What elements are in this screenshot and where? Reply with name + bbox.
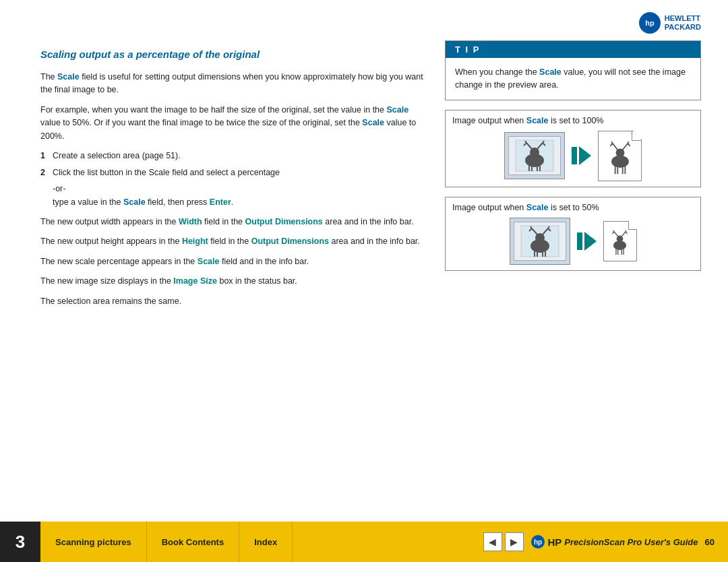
chapter-number: 3	[0, 522, 40, 562]
svg-line-20	[622, 144, 627, 150]
image-output-100: Image output when Scale is set to 100%	[445, 110, 701, 187]
selection-para: The selection area remains the same.	[40, 295, 425, 308]
tip-header: T I P	[446, 41, 700, 58]
type-value-para: type a value in the Scale field, then pr…	[53, 196, 425, 209]
svg-line-19	[611, 142, 613, 144]
brand-name: HEWLETTPACKARD	[665, 14, 701, 32]
right-column: T I P When you change the Scale value, y…	[445, 40, 701, 508]
or-divider: -or-	[53, 184, 425, 193]
arrow-group-100	[572, 146, 591, 165]
svg-line-17	[612, 144, 617, 150]
scanner-frame-50	[510, 218, 570, 265]
moose-scan-100	[514, 139, 555, 173]
image-output-50: Image output when Scale is set to 50%	[445, 197, 701, 271]
hp-logo-icon: hp	[639, 12, 661, 34]
svg-line-47	[626, 230, 626, 232]
image-output-50-label: Image output when Scale is set to 50%	[452, 203, 694, 212]
arrow-group-50	[577, 232, 597, 251]
hp-footer-logo: hp	[530, 534, 545, 549]
scanning-pictures-button[interactable]: Scanning pictures	[40, 522, 147, 562]
left-column: Scaling output as a percentage of the or…	[40, 40, 425, 508]
hp-label: HP	[548, 536, 562, 548]
section-title: Scaling output as a percentage of the or…	[40, 47, 425, 61]
output-frame-100	[598, 131, 642, 181]
footer-nav: Scanning pictures Book Contents Index ◀ …	[40, 522, 728, 562]
footer-brand: hp HP PrecisionScan Pro User's Guide	[530, 534, 698, 549]
image-output-100-label: Image output when Scale is set to 100%	[452, 116, 694, 125]
page-number: 60	[705, 537, 715, 547]
prev-page-button[interactable]: ◀	[483, 532, 502, 551]
svg-line-46	[626, 232, 628, 234]
logo-area: hp HEWLETTPACKARD	[639, 12, 701, 34]
svg-line-21	[628, 144, 630, 146]
para1: The Scale field is useful for setting ou…	[40, 71, 425, 97]
scanner-inner-50	[514, 222, 566, 261]
imgsize-para: The new image size displays in the Image…	[40, 275, 425, 288]
para2: For example, when you want the image to …	[40, 104, 425, 143]
moose-output-50	[608, 226, 632, 256]
footer-right: ◀ ▶ hp HP PrecisionScan Pro User's Guide…	[483, 532, 715, 551]
step-1: 1 Create a selection area (page 51).	[40, 150, 425, 162]
product-name: PrecisionScan Pro User's Guide	[564, 537, 698, 547]
next-page-button[interactable]: ▶	[505, 532, 524, 551]
step-2: 2 Click the list button in the Scale fie…	[40, 166, 425, 179]
svg-line-18	[610, 144, 613, 146]
index-button[interactable]: Index	[239, 522, 293, 562]
image-demo-100	[452, 131, 694, 181]
footer-bar: 3 Scanning pictures Book Contents Index …	[0, 522, 728, 562]
svg-line-43	[612, 232, 614, 234]
svg-line-45	[621, 232, 626, 237]
svg-point-40	[613, 241, 626, 250]
svg-text:hp: hp	[533, 538, 541, 546]
height-para: The new output height appears in the Hei…	[40, 235, 425, 248]
output-frame-50	[603, 221, 637, 261]
book-contents-button[interactable]: Book Contents	[147, 522, 239, 562]
width-para: The new output width appears in the Widt…	[40, 216, 425, 228]
tip-content: When you change the Scale value, you wil…	[446, 58, 700, 100]
scanner-inner-100	[508, 136, 561, 175]
svg-line-42	[614, 232, 618, 237]
image-demo-50	[452, 218, 694, 265]
moose-scan-50	[520, 224, 560, 258]
steps-list: 1 Create a selection area (page 51). 2 C…	[40, 150, 425, 180]
scale-para: The new scale percentage appears in the …	[40, 255, 425, 268]
page: hp HEWLETTPACKARD Scaling output as a pe…	[0, 0, 728, 562]
svg-line-44	[613, 230, 614, 232]
moose-output-100	[603, 135, 637, 176]
scanner-frame-100	[504, 132, 565, 179]
svg-line-22	[628, 142, 629, 144]
tip-box: T I P When you change the Scale value, y…	[445, 40, 701, 100]
svg-text:hp: hp	[645, 19, 655, 27]
content-area: Scaling output as a percentage of the or…	[40, 40, 701, 508]
navigation-arrows: ◀ ▶	[483, 532, 524, 551]
